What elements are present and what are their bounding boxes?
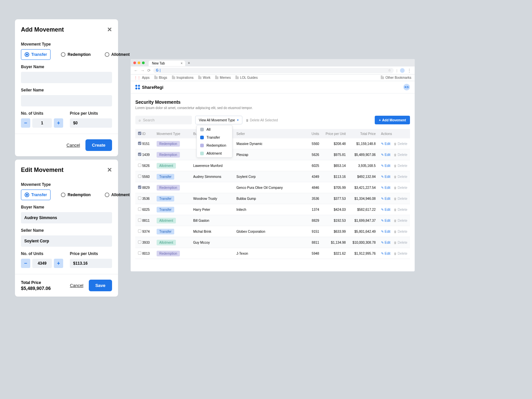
buyer-name-input[interactable] <box>21 212 112 223</box>
tab-close-icon[interactable]: × <box>181 62 183 65</box>
decrement-button[interactable]: − <box>21 259 30 268</box>
filter-option-allotment[interactable]: Allotment <box>197 149 232 157</box>
back-icon[interactable]: ← <box>134 68 138 73</box>
seller-name-input[interactable] <box>21 95 112 106</box>
radio-allotment[interactable]: Allotment <box>101 190 133 200</box>
radio-allotment[interactable]: Allotment <box>101 49 133 60</box>
url-input[interactable]: G ☆ <box>153 68 394 73</box>
edit-button[interactable]: Edit <box>381 142 390 146</box>
close-icon[interactable]: ✕ <box>107 26 112 33</box>
search-input[interactable]: Search <box>135 116 192 124</box>
profile-icon[interactable] <box>400 68 405 73</box>
edit-button[interactable]: Edit <box>381 208 390 211</box>
row-checkbox[interactable] <box>138 164 141 167</box>
movement-type-filter[interactable]: View All Movement Type ▾ <box>195 116 242 124</box>
buyer-name-input[interactable] <box>21 72 112 83</box>
radio-redemption[interactable]: Redemption <box>57 190 94 200</box>
edit-button[interactable]: Edit <box>381 186 390 190</box>
increment-button[interactable]: + <box>54 118 63 128</box>
bookmark-folder[interactable]: Memes <box>215 76 231 79</box>
row-checkbox[interactable] <box>138 175 141 178</box>
price-input[interactable] <box>70 259 112 268</box>
filter-option-transfer[interactable]: Transfer <box>197 133 232 141</box>
seller-name-input[interactable] <box>21 235 112 247</box>
decrement-button[interactable]: − <box>21 118 30 128</box>
row-checkbox[interactable] <box>138 142 141 145</box>
increment-button[interactable]: + <box>54 259 63 268</box>
close-icon[interactable]: ✕ <box>107 166 112 174</box>
row-checkbox[interactable] <box>138 240 141 244</box>
delete-button[interactable]: Delete <box>394 175 407 179</box>
row-checkbox[interactable] <box>138 197 141 200</box>
radio-transfer[interactable]: Transfer <box>21 190 51 200</box>
edit-button[interactable]: Edit <box>381 164 390 168</box>
delete-button[interactable]: Delete <box>394 208 407 211</box>
bookmark-folder[interactable]: Inspirations <box>172 76 194 79</box>
edit-button[interactable]: Edit <box>381 252 390 255</box>
row-checkbox[interactable] <box>138 153 141 156</box>
trash-icon <box>394 142 397 146</box>
delete-all-button[interactable]: Delete All Selected <box>246 118 278 122</box>
new-tab-button[interactable]: + <box>188 61 190 65</box>
total-cell: $1,159,148.8 <box>348 138 378 149</box>
pencil-icon <box>381 230 384 233</box>
reload-icon[interactable]: ⟳ <box>147 68 151 73</box>
edit-button[interactable]: Edit <box>381 153 390 157</box>
delete-button[interactable]: Delete <box>394 153 407 157</box>
browser-tab[interactable]: New Tab × <box>149 61 185 66</box>
edit-button[interactable]: Edit <box>381 241 390 244</box>
radio-redemption[interactable]: Redemption <box>57 49 94 60</box>
delete-button[interactable]: Delete <box>394 230 407 233</box>
cancel-button[interactable]: Cancel <box>70 283 83 288</box>
pencil-icon <box>381 208 384 211</box>
forward-icon[interactable]: → <box>141 68 145 73</box>
select-all-checkbox[interactable] <box>138 132 141 135</box>
delete-button[interactable]: Delete <box>394 197 407 200</box>
avatar[interactable]: KS <box>403 84 410 90</box>
save-button[interactable]: Save <box>89 280 112 291</box>
buyer-name-label: Buyer Name <box>21 205 112 209</box>
row-checkbox[interactable] <box>138 229 141 233</box>
row-checkbox[interactable] <box>138 207 141 211</box>
units-value[interactable]: 4349 <box>32 259 52 268</box>
edit-button[interactable]: Edit <box>381 219 390 222</box>
filter-option-all[interactable]: All <box>197 125 232 133</box>
filter-option-redemption[interactable]: Redemption <box>197 141 232 149</box>
bookmark-folder[interactable]: Work <box>198 76 210 79</box>
window-maximize-icon[interactable] <box>142 62 145 64</box>
delete-button[interactable]: Delete <box>394 164 407 168</box>
create-button[interactable]: Create <box>85 139 112 151</box>
delete-button[interactable]: Delete <box>394 241 407 244</box>
units-value[interactable]: 1 <box>32 118 52 128</box>
total-cell: $492,132.84 <box>348 171 378 182</box>
seller-cell: J-Texon <box>234 248 305 259</box>
price-input[interactable] <box>70 118 112 128</box>
seller-cell: Soylent Corp <box>234 171 305 182</box>
other-bookmarks[interactable]: Other Bookmarks <box>381 76 411 79</box>
delete-button[interactable]: Delete <box>394 186 407 190</box>
edit-button[interactable]: Edit <box>381 197 390 200</box>
apps-button[interactable]: ⋮⋮Apps <box>134 76 150 79</box>
trash-icon <box>394 252 397 255</box>
ppu-cell: $653.14 <box>322 160 348 171</box>
edit-button[interactable]: Edit <box>381 230 390 233</box>
brand[interactable]: ShareRegi <box>135 85 163 90</box>
row-checkbox[interactable] <box>138 218 141 222</box>
edit-button[interactable]: Edit <box>381 175 390 179</box>
bookmark-folder[interactable]: Blogs <box>154 76 167 79</box>
star-icon[interactable]: ☆ <box>388 68 391 72</box>
window-close-icon[interactable] <box>133 62 136 64</box>
delete-button[interactable]: Delete <box>394 142 407 146</box>
table-row: 8829RedemptionGenco Pura Olive Oil Compa… <box>135 182 410 193</box>
cancel-button[interactable]: Cancel <box>66 143 80 148</box>
delete-button[interactable]: Delete <box>394 219 407 222</box>
radio-transfer[interactable]: Transfer <box>21 49 51 60</box>
window-minimize-icon[interactable] <box>138 62 140 64</box>
row-checkbox[interactable] <box>138 251 141 255</box>
menu-icon[interactable]: ⋮ <box>407 68 411 73</box>
add-movement-button[interactable]: Add Movement <box>375 116 410 124</box>
bookmark-folder[interactable]: LOL Guides <box>235 76 258 79</box>
units-cell: 8829 <box>305 215 322 226</box>
row-checkbox[interactable] <box>138 186 141 189</box>
delete-button[interactable]: Delete <box>394 252 407 255</box>
